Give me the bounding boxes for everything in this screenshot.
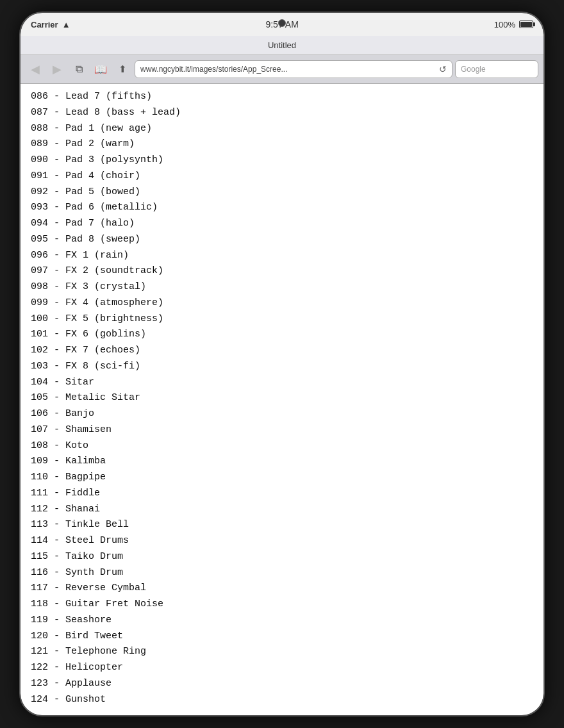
- back-icon: ◀: [31, 62, 40, 76]
- content-area: 086 - Lead 7 (fifths) 087 - Lead 8 (bass…: [21, 84, 543, 715]
- forward-button[interactable]: ▶: [47, 60, 67, 79]
- url-text: www.ngcybit.it/images/stories/App_Scree.…: [140, 65, 436, 74]
- carrier-label: Carrier: [31, 20, 58, 29]
- status-right: 100%: [494, 20, 533, 29]
- status-left: Carrier ▲: [31, 20, 70, 29]
- page-title: Untitled: [268, 40, 296, 50]
- title-bar: Untitled: [21, 36, 543, 55]
- forward-icon: ▶: [53, 62, 62, 76]
- url-bar[interactable]: www.ngcybit.it/images/stories/App_Scree.…: [135, 60, 452, 78]
- instrument-list: 086 - Lead 7 (fifths) 087 - Lead 8 (bass…: [31, 89, 533, 707]
- bookmarks-button[interactable]: 📖: [91, 60, 110, 79]
- share-button[interactable]: ⬆: [113, 60, 132, 79]
- battery-percentage: 100%: [494, 20, 515, 29]
- nav-bar: ◀ ▶ ⧉ 📖 ⬆ www.ngcybit.it/images/stories/…: [21, 55, 543, 83]
- search-placeholder: Google: [461, 65, 486, 74]
- ipad-device: Carrier ▲ 9:57 AM 100% Untitled ◀ ▶ ⧉: [19, 12, 545, 716]
- search-bar[interactable]: Google: [455, 60, 538, 78]
- camera-dot: [278, 19, 286, 27]
- browser-chrome: Untitled ◀ ▶ ⧉ 📖 ⬆ www.ngcybit.it/images…: [21, 36, 543, 84]
- wifi-icon: ▲: [62, 20, 70, 29]
- battery-icon: [519, 21, 533, 28]
- tabs-icon: ⧉: [76, 63, 83, 75]
- share-icon: ⬆: [119, 63, 127, 75]
- tabs-button[interactable]: ⧉: [69, 60, 88, 79]
- battery-fill: [520, 22, 532, 27]
- back-button[interactable]: ◀: [26, 60, 45, 79]
- bookmarks-icon: 📖: [94, 63, 107, 76]
- reload-button[interactable]: ↺: [439, 64, 447, 74]
